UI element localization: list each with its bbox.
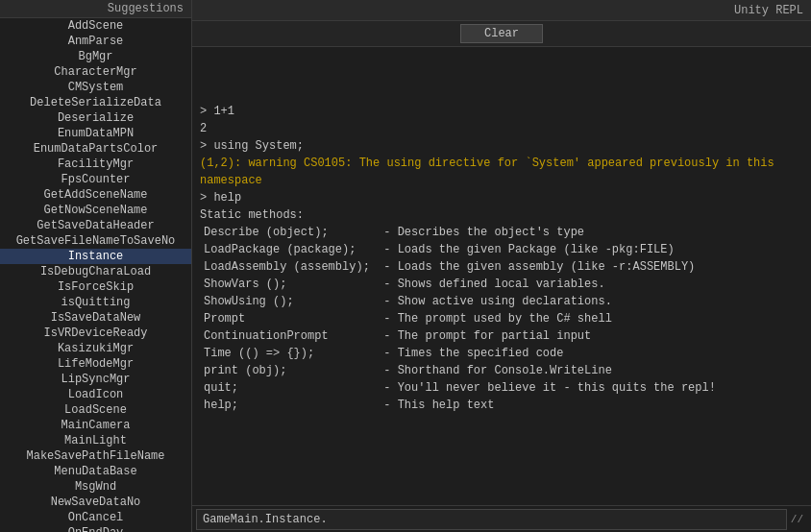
suggestion-item[interactable]: LipSyncMgr xyxy=(0,372,191,387)
output-line: ShowVars (); - Shows defined local varia… xyxy=(200,276,803,293)
suggestion-item[interactable]: CharacterMgr xyxy=(0,64,191,80)
repl-toolbar: Clear xyxy=(192,21,811,47)
suggestion-item[interactable]: GetNowSceneName xyxy=(0,203,191,218)
suggestion-item[interactable]: AddScene xyxy=(0,18,191,34)
suggestion-item[interactable]: FacilityMgr xyxy=(0,157,191,172)
suggestion-item[interactable]: Instance xyxy=(0,249,191,264)
scroll-indicator[interactable]: // xyxy=(787,512,807,527)
suggestion-item[interactable]: GetSaveDataHeader xyxy=(0,218,191,233)
repl-title: Unity REPL xyxy=(734,4,803,17)
suggestion-item[interactable]: DeleteSerializeData xyxy=(0,95,191,110)
suggestion-item[interactable]: IsSaveDataNew xyxy=(0,310,191,326)
suggestion-item[interactable]: EnumDataPartsColor xyxy=(0,141,191,157)
suggestion-item[interactable]: MenuDataBase xyxy=(0,464,191,479)
suggestion-item[interactable]: isQuitting xyxy=(0,295,191,310)
suggestion-item[interactable]: OnCancel xyxy=(0,510,191,525)
suggestions-panel: Suggestions AddSceneAnmParseBgMgrCharact… xyxy=(0,0,192,532)
output-line: Time (() => {}); - Times the specified c… xyxy=(200,345,803,362)
suggestions-header: Suggestions xyxy=(0,0,191,18)
output-line: print (obj); - Shorthand for Console.Wri… xyxy=(200,362,803,379)
suggestion-item[interactable]: FpsCounter xyxy=(0,172,191,187)
output-line: ShowUsing (); - Show active using declar… xyxy=(200,293,803,310)
output-line: quit; - You'll never believe it - this q… xyxy=(200,379,803,397)
suggestion-item[interactable]: MakeSavePathFileName xyxy=(0,448,191,464)
suggestion-item[interactable]: IsForceSkip xyxy=(0,279,191,295)
repl-input[interactable] xyxy=(196,509,787,530)
suggestion-item[interactable]: OnEndDay xyxy=(0,525,191,532)
output-line: Describe (object); - Describes the objec… xyxy=(200,224,803,241)
suggestion-item[interactable]: GetAddSceneName xyxy=(0,187,191,203)
clear-button[interactable]: Clear xyxy=(460,24,543,43)
suggestion-item[interactable]: LifeModeMgr xyxy=(0,356,191,372)
suggestion-item[interactable]: MainLight xyxy=(0,433,191,448)
suggestion-item[interactable]: AnmParse xyxy=(0,34,191,49)
suggestion-item[interactable]: MainCamera xyxy=(0,418,191,433)
suggestion-item[interactable]: LoadIcon xyxy=(0,387,191,402)
repl-panel: Unity REPL Clear > 1+12> using System;(1… xyxy=(192,0,811,532)
repl-header: Unity REPL xyxy=(192,0,811,21)
suggestion-item[interactable]: BgMgr xyxy=(0,49,191,64)
suggestion-item[interactable]: MsgWnd xyxy=(0,479,191,495)
output-line: 2 xyxy=(200,120,803,137)
output-line: > 1+1 xyxy=(200,103,803,120)
output-line: (1,2): warning CS0105: The using directi… xyxy=(200,155,803,189)
output-line: LoadPackage (package); - Loads the given… xyxy=(200,241,803,258)
suggestion-item[interactable]: GetSaveFileNameToSaveNo xyxy=(0,233,191,249)
suggestion-item[interactable]: IsDebugCharaLoad xyxy=(0,264,191,279)
suggestions-list[interactable]: AddSceneAnmParseBgMgrCharacterMgrCMSyste… xyxy=(0,18,191,532)
repl-input-row: // xyxy=(192,505,811,532)
output-line: > using System; xyxy=(200,137,803,155)
suggestion-item[interactable]: LoadScene xyxy=(0,402,191,418)
suggestion-item[interactable]: NewSaveDataNo xyxy=(0,495,191,510)
suggestion-item[interactable]: CMSystem xyxy=(0,80,191,95)
output-line: Static methods: xyxy=(200,206,803,224)
repl-output: > 1+12> using System;(1,2): warning CS01… xyxy=(192,47,811,505)
output-line: ContinuationPrompt - The prompt for part… xyxy=(200,327,803,345)
suggestion-item[interactable]: KasizukiMgr xyxy=(0,341,191,356)
output-line: LoadAssembly (assembly); - Loads the giv… xyxy=(200,258,803,276)
suggestion-item[interactable]: EnumDataMPN xyxy=(0,126,191,141)
suggestion-item[interactable]: Deserialize xyxy=(0,110,191,126)
output-line: > help xyxy=(200,189,803,206)
output-line: Prompt - The prompt used by the C# shell xyxy=(200,310,803,327)
suggestion-item[interactable]: IsVRDeviceReady xyxy=(0,326,191,341)
output-line: help; - This help text xyxy=(200,397,803,414)
